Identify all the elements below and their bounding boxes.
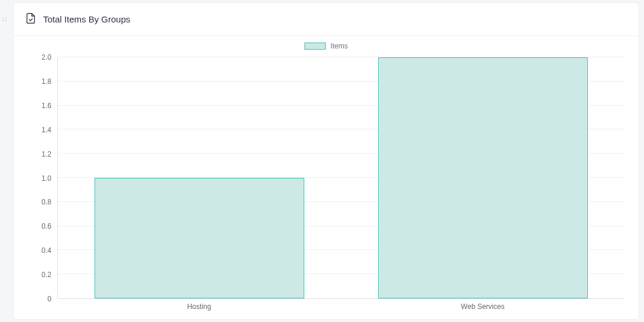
card-header: Total Items By Groups [14,3,639,36]
chart-bar[interactable] [378,57,588,298]
y-tick-label: 0.8 [41,198,51,206]
y-tick-label: 1.4 [41,126,51,134]
card-title: Total Items By Groups [43,14,131,24]
chart-card: Total Items By Groups Items 00.20.40.60.… [13,2,639,320]
legend-swatch [304,43,326,50]
y-tick-label: 1.8 [41,77,51,86]
document-check-icon [24,12,37,27]
y-tick-label: 2.0 [41,53,51,61]
y-tick-label: 0.2 [41,271,51,279]
chart-legend[interactable]: Items [304,42,347,50]
x-axis-ticks: HostingWeb Services [57,303,625,314]
y-tick-label: 0 [47,295,51,303]
y-axis-ticks: 00.20.40.60.81.01.21.41.61.82.0 [14,57,57,299]
y-tick-label: 0.6 [41,222,51,230]
card-drag-handle[interactable]: ∷ [2,18,8,24]
y-tick-label: 0.4 [41,246,51,255]
x-tick-label: Web Services [461,303,505,311]
chart-plot [57,57,625,299]
y-tick-label: 1.0 [41,174,51,183]
y-tick-label: 1.2 [41,150,51,158]
y-tick-label: 1.6 [41,102,51,110]
legend-series-label: Items [330,42,347,50]
chart-bar[interactable] [95,178,304,298]
x-tick-label: Hosting [187,303,212,311]
chart-area: Items 00.20.40.60.81.01.21.41.61.82.0 Ho… [14,36,639,319]
